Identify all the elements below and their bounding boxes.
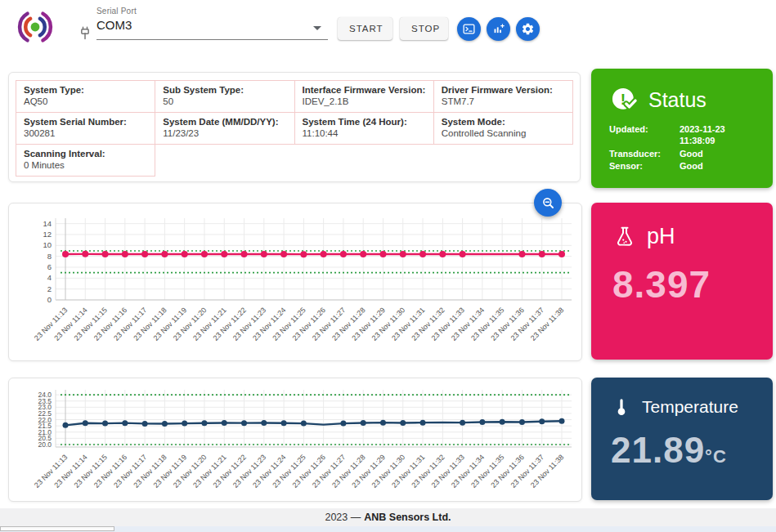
- terminal-button[interactable]: [457, 17, 481, 41]
- status-updated-label: Updated:: [609, 124, 680, 147]
- magnifier-minus-icon: [541, 195, 556, 211]
- temperature-unit: °C: [705, 446, 727, 467]
- start-button[interactable]: START: [338, 17, 392, 40]
- serial-port-label: Serial Port: [96, 7, 328, 16]
- status-card: ! Status Updated: 2023-11-23 11:38:09 Tr…: [591, 69, 773, 188]
- temp-chart-svg: 20.020.521.021.522.022.523.023.524.023 N…: [9, 378, 580, 498]
- status-sensor-value: Good: [680, 161, 755, 172]
- table-row: System Type:AQ50 Sub System Type:50 Inte…: [16, 81, 573, 113]
- temperature-chart: 20.020.521.021.522.022.523.023.524.023 N…: [9, 378, 581, 501]
- info-cell-system-time: System Time (24 Hour):11:10:44: [294, 113, 433, 145]
- temperature-value-card: Temperature 21.89°C: [591, 378, 773, 500]
- info-cell-interface-firmware: Interface Firmware Version:IDEV_2.1B: [294, 81, 433, 113]
- ph-chart: 0246810121423 Nov 11:1323 Nov 11:1423 No…: [9, 203, 581, 360]
- info-cell-system-type: System Type:AQ50: [16, 81, 155, 113]
- svg-text:24.0: 24.0: [38, 391, 52, 399]
- status-check-icon: !: [609, 85, 639, 114]
- info-cell-system-date: System Date (MM/DD/YY):11/23/23: [155, 113, 294, 145]
- footer: 2023 — ANB Sensors Ltd.: [0, 508, 776, 526]
- flask-icon: [612, 225, 637, 249]
- table-row: Scanning Interval:0 Minutes: [16, 145, 573, 177]
- info-cell-serial-number: System Serial Number:300281: [16, 113, 155, 145]
- status-updated-value: 2023-11-23 11:38:09: [680, 124, 755, 147]
- stop-button[interactable]: STOP: [400, 17, 448, 40]
- svg-text:6: 6: [47, 262, 52, 271]
- footer-year: 2023 —: [325, 512, 361, 523]
- terminal-icon: [462, 22, 476, 36]
- serial-port-select[interactable]: Serial Port COM3: [96, 7, 328, 40]
- svg-text:2: 2: [47, 284, 52, 293]
- header-bar: Serial Port COM3 START STOP: [0, 0, 776, 57]
- system-info-panel: System Type:AQ50 Sub System Type:50 Inte…: [8, 72, 581, 182]
- anb-logo-icon: [13, 7, 57, 47]
- status-transducer-label: Transducer:: [609, 149, 680, 160]
- settings-button[interactable]: [516, 17, 540, 41]
- status-card-title: Status: [648, 88, 706, 112]
- info-cell-driver-firmware: Driver Firmware Version:STM7.7: [433, 81, 572, 113]
- ph-value-card: pH 8.397: [591, 203, 773, 360]
- system-info-table: System Type:AQ50 Sub System Type:50 Inte…: [16, 80, 573, 177]
- svg-text:14: 14: [43, 219, 52, 228]
- gear-icon: [521, 22, 535, 36]
- zoom-out-button[interactable]: [534, 189, 562, 217]
- svg-text:4: 4: [47, 273, 52, 282]
- add-chart-button[interactable]: [487, 17, 510, 41]
- serial-pin-icon: [77, 23, 93, 42]
- info-cell-sub-system-type: Sub System Type:50: [155, 81, 294, 113]
- chevron-down-icon: [313, 26, 321, 30]
- ph-chart-panel: 0246810121423 Nov 11:1323 Nov 11:1423 No…: [8, 203, 582, 361]
- svg-text:0: 0: [47, 295, 52, 304]
- info-cell-scanning-interval: Scanning Interval:0 Minutes: [16, 145, 155, 177]
- footer-company: ANB Sensors Ltd.: [364, 512, 451, 523]
- temperature-chart-panel: 20.020.521.021.522.022.523.023.524.023 N…: [8, 378, 582, 502]
- temperature-value: 21.89°C: [611, 430, 753, 471]
- svg-text:8: 8: [47, 252, 52, 261]
- svg-text:10: 10: [43, 240, 52, 249]
- horizontal-scrollbar[interactable]: [0, 526, 776, 532]
- serial-port-value: COM3: [96, 18, 328, 32]
- status-details: Updated: 2023-11-23 11:38:09 Transducer:…: [609, 124, 755, 172]
- thermometer-icon: [611, 396, 632, 418]
- temperature-card-title: Temperature: [642, 397, 738, 417]
- status-transducer-value: Good: [680, 149, 755, 160]
- scrollbar-thumb[interactable]: [0, 526, 114, 531]
- ph-chart-svg: 0246810121423 Nov 11:1323 Nov 11:1423 No…: [9, 203, 580, 357]
- chart-plus-icon: [491, 22, 505, 36]
- ph-value: 8.397: [612, 262, 751, 306]
- svg-text:12: 12: [43, 230, 52, 239]
- table-row: System Serial Number:300281 System Date …: [16, 113, 573, 145]
- info-cell-system-mode: System Mode:Controlled Scanning: [433, 113, 572, 145]
- status-sensor-label: Sensor:: [609, 161, 680, 172]
- ph-card-title: pH: [647, 224, 675, 249]
